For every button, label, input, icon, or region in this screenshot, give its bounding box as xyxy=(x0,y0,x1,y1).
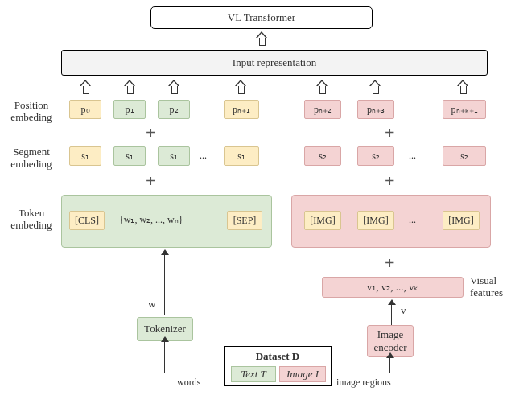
sep-token: [SEP] xyxy=(227,211,262,230)
segment-token: s₂ xyxy=(443,146,486,166)
position-token: p₁ xyxy=(113,100,146,119)
arrow-icon xyxy=(317,80,327,93)
position-embedding-label: Position embeding xyxy=(3,100,60,124)
ellipsis: ... xyxy=(409,150,416,162)
segment-token: s₂ xyxy=(304,146,341,166)
dataset-title: Dataset D xyxy=(225,350,331,363)
vl-transformer-label: VL Transformer xyxy=(228,11,295,24)
visual-features-text: v₁, v₂, ..., vₖ xyxy=(367,281,419,294)
dataset-box: Dataset D Text T Image I xyxy=(224,346,332,386)
arrowhead-icon xyxy=(386,352,394,358)
segment-token: s₁ xyxy=(69,146,101,166)
plus-icon: + xyxy=(385,172,395,190)
position-token: pₙ₊₁ xyxy=(224,100,259,119)
position-token: pₙ₊₂ xyxy=(304,100,341,119)
img-token: [IMG] xyxy=(443,211,480,230)
arrow-icon xyxy=(236,80,245,93)
arrow-icon xyxy=(257,32,266,45)
segment-token: s₁ xyxy=(158,146,190,166)
input-representation-box: Input representation xyxy=(61,50,488,76)
image-encoder-label: Image encoder xyxy=(373,328,406,354)
text-t-box: Text T xyxy=(231,366,276,382)
segment-token: s₁ xyxy=(224,146,259,166)
arrow-icon xyxy=(80,80,90,93)
plus-icon: + xyxy=(146,124,156,142)
arrow-icon xyxy=(458,80,468,93)
token-embedding-label: Token embeding xyxy=(3,208,60,232)
image-regions-label: image regions xyxy=(336,377,391,389)
tokenizer-label: Tokenizer xyxy=(144,323,186,336)
plus-icon: + xyxy=(146,172,156,190)
visual-features-label: Visual features xyxy=(470,275,503,299)
img-token: [IMG] xyxy=(304,211,341,230)
position-token: pₙ₊₃ xyxy=(357,100,394,119)
position-token: p₂ xyxy=(158,100,190,119)
position-token: p₀ xyxy=(69,100,101,119)
img-token: [IMG] xyxy=(357,211,394,230)
vl-transformer-box: VL Transformer xyxy=(150,6,373,29)
words-set: {w₁, w₂, ..., wₙ} xyxy=(119,214,183,226)
plus-icon: + xyxy=(385,124,395,142)
input-representation-label: Input representation xyxy=(233,56,316,69)
position-token: pₙ₊ₖ₊₁ xyxy=(443,100,486,119)
ellipsis: ... xyxy=(200,150,207,162)
words-label: words xyxy=(177,377,200,389)
arrow-icon xyxy=(388,299,396,325)
segment-token: s₂ xyxy=(357,146,394,166)
connector-line xyxy=(389,357,390,373)
plus-icon: + xyxy=(385,254,395,272)
arrow-icon xyxy=(125,80,134,93)
w-label: w xyxy=(148,298,155,311)
segment-embedding-label: Segment embeding xyxy=(3,146,60,171)
connector-line xyxy=(332,373,390,373)
visual-features-box: v₁, v₂, ..., vₖ xyxy=(322,277,464,298)
image-i-box: Image I xyxy=(279,366,326,382)
arrow-icon xyxy=(370,80,380,93)
segment-token: s₁ xyxy=(113,146,146,166)
arrow-icon xyxy=(169,80,179,93)
arrowhead-icon xyxy=(161,336,169,342)
cls-token: [CLS] xyxy=(69,211,105,230)
connector-line xyxy=(164,341,165,373)
connector-line xyxy=(165,373,224,373)
ellipsis: ... xyxy=(409,214,416,226)
arrow-icon xyxy=(161,249,169,315)
v-label: v xyxy=(401,304,406,317)
